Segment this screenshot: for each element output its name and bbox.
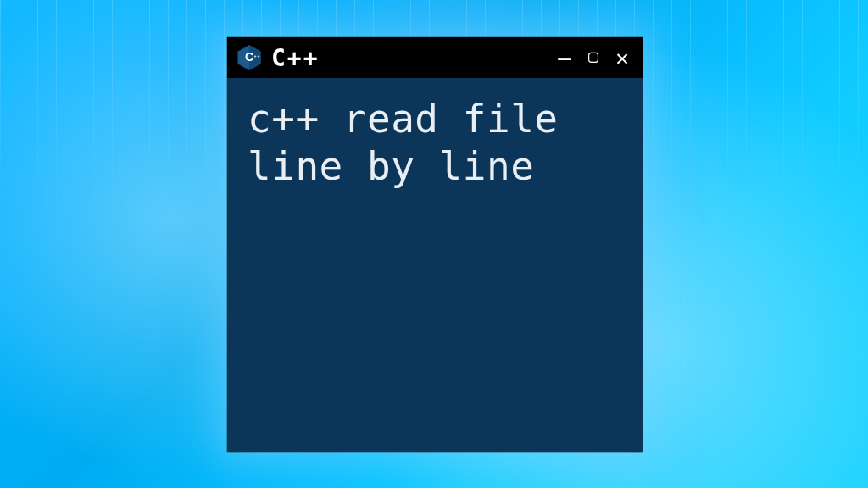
close-button[interactable]: ✕ <box>612 47 632 69</box>
svg-text:+: + <box>257 53 259 58</box>
terminal-content: c++ read file line by line <box>227 78 643 452</box>
maximize-button[interactable]: ▢ <box>583 47 604 64</box>
cpp-logo-letter: C <box>245 50 253 64</box>
window-title: C++ <box>271 44 546 72</box>
window-controls: — ▢ ✕ <box>554 47 632 69</box>
cpp-logo-icon: C + + <box>236 44 263 71</box>
minimize-button[interactable]: — <box>554 47 575 69</box>
svg-text:+: + <box>254 53 257 58</box>
titlebar[interactable]: C + + C++ — ▢ ✕ <box>227 37 643 78</box>
terminal-window: C + + C++ — ▢ ✕ c++ read file line by li… <box>227 37 643 452</box>
